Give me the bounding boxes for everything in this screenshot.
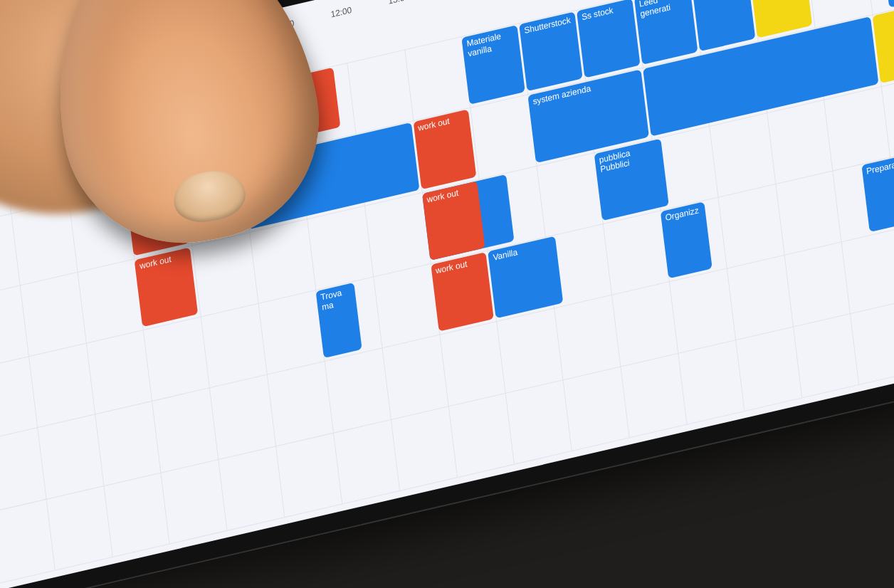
calendar-event[interactable]: Shutterstock [519, 11, 582, 91]
photo-scene: Giugno L M 26 27 Rimand 👤 4 pr 05:0006:0… [0, 0, 894, 588]
hour-label: 13:00 [388, 0, 410, 6]
calendar-event[interactable]: Ss stock [577, 0, 640, 78]
calendar-event[interactable]: work out [422, 181, 485, 261]
calendar-event[interactable]: work out [413, 110, 476, 189]
calendar-event[interactable]: work out [431, 252, 494, 332]
calendar-event[interactable]: Organizz [661, 201, 712, 278]
day-gridline [0, 358, 894, 584]
calendar-event[interactable]: Leed generati [634, 0, 698, 65]
calendar-event[interactable]: Vanilla [488, 236, 563, 319]
calendar-event[interactable]: Video [881, 0, 894, 8]
hour-label: 12:00 [330, 5, 352, 20]
fingernail [169, 167, 248, 227]
calendar-event[interactable]: pubblica Pubblici [594, 138, 669, 221]
calendar-event[interactable]: Trova ma [316, 283, 362, 359]
calendar-event[interactable]: work out [135, 247, 198, 327]
calendar-event[interactable]: Materiale vanilla [462, 25, 525, 105]
